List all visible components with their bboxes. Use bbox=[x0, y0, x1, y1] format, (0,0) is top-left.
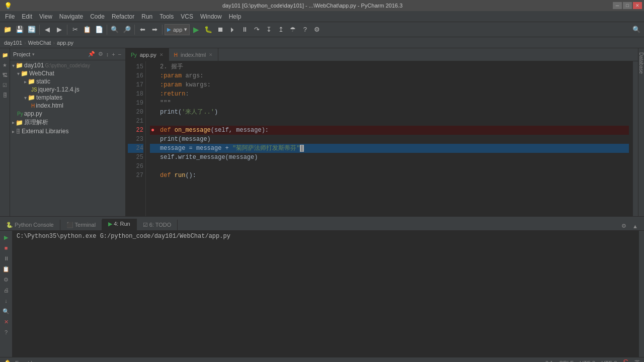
sougou-icon[interactable]: S bbox=[623, 358, 628, 363]
side-icon-project[interactable]: 📁 bbox=[1, 50, 10, 59]
close-tab-indexhtml[interactable]: ✕ bbox=[209, 52, 213, 57]
project-collapse-button[interactable]: − bbox=[117, 51, 122, 57]
coverage-button[interactable]: ☂ bbox=[287, 24, 298, 35]
resume-button[interactable]: ⏵ bbox=[227, 24, 238, 35]
pause-run-button[interactable]: ⏸ bbox=[2, 254, 11, 263]
rerun-button[interactable]: ▶ bbox=[2, 233, 11, 242]
project-dropdown[interactable]: ▾ bbox=[32, 52, 35, 57]
print-button[interactable]: 🖨 bbox=[2, 286, 11, 295]
settings-button[interactable]: ⚙ bbox=[311, 24, 323, 35]
filter-button[interactable]: 🔍 bbox=[2, 307, 11, 316]
step-over-button[interactable]: ↷ bbox=[251, 24, 262, 35]
tree-item-ext-libs[interactable]: ▸ 🗄 External Libraries bbox=[10, 127, 125, 135]
cursor-position[interactable]: 2:1 bbox=[545, 360, 553, 363]
maximize-button[interactable]: □ bbox=[623, 2, 632, 9]
search-button[interactable]: 🔍 bbox=[109, 24, 120, 35]
menu-code[interactable]: Code bbox=[87, 12, 108, 21]
tree-item-index-html[interactable]: H index.html bbox=[10, 102, 125, 110]
search-everywhere-button[interactable]: 🔍 bbox=[631, 24, 642, 35]
menu-tools[interactable]: Tools bbox=[156, 12, 177, 21]
help-button[interactable]: ? bbox=[299, 24, 310, 35]
tree-item-day101[interactable]: ▾ 📁 day101 G:\python_code\day bbox=[10, 61, 125, 69]
paste-button[interactable]: 📄 bbox=[94, 24, 105, 35]
keyboard-layout[interactable]: 英 bbox=[634, 359, 640, 362]
cut-button[interactable]: ✂ bbox=[69, 24, 80, 35]
debug-button[interactable]: 🐛 bbox=[203, 24, 214, 35]
tree-item-templates[interactable]: ▾ 📁 templates bbox=[10, 94, 125, 102]
save-button[interactable]: 💾 bbox=[14, 24, 25, 35]
nav-next-button[interactable]: ➡ bbox=[149, 24, 160, 35]
menu-navigate[interactable]: Navigate bbox=[56, 12, 86, 21]
right-sidebar: Database bbox=[638, 48, 644, 216]
run-config-selector[interactable]: ▶ app ▾ bbox=[165, 24, 190, 35]
side-icon-favorites[interactable]: ★ bbox=[1, 60, 10, 69]
minimize-button[interactable]: ─ bbox=[613, 2, 622, 9]
code-editor[interactable]: 2. 握手 :param args: :param kwargs: :retur… bbox=[146, 61, 633, 216]
dump-threads-button[interactable]: 📋 bbox=[2, 264, 11, 274]
step-out-button[interactable]: ↥ bbox=[275, 24, 286, 35]
remove-button[interactable]: ✕ bbox=[2, 317, 11, 326]
event-log-label[interactable]: Event Log bbox=[15, 360, 40, 363]
tree-item-jquery[interactable]: JS jquery-1.12.4.js bbox=[10, 85, 125, 94]
scroll-end-button[interactable]: ↓ bbox=[2, 296, 11, 305]
bottom-scrollbar[interactable] bbox=[639, 231, 644, 357]
project-pin-button[interactable]: 📌 bbox=[87, 51, 96, 57]
tab-indexhtml-label: index.html bbox=[181, 52, 206, 58]
tab-indexhtml[interactable]: H index.html ✕ bbox=[169, 48, 218, 61]
tree-item-webchat[interactable]: ▾ 📁 WebChat bbox=[10, 69, 125, 77]
settings-run-button[interactable]: ⚙ bbox=[2, 275, 11, 284]
menu-file[interactable]: File bbox=[2, 12, 18, 21]
nav-prev-button[interactable]: ⬅ bbox=[137, 24, 148, 35]
back-button[interactable]: ◀ bbox=[42, 24, 53, 35]
tab-apppy[interactable]: Py app.py ✕ bbox=[126, 48, 169, 61]
copy-button[interactable]: 📋 bbox=[82, 24, 93, 35]
encoding[interactable]: UTF-8 bbox=[580, 360, 595, 363]
project-expand-button[interactable]: + bbox=[111, 51, 116, 57]
close-tab-apppy[interactable]: ✕ bbox=[159, 52, 164, 57]
bottom-maximize-button[interactable]: ▲ bbox=[630, 222, 640, 230]
breadcrumb-webchat[interactable]: WebChat bbox=[28, 40, 51, 46]
menu-run[interactable]: Run bbox=[138, 12, 155, 21]
menu-view[interactable]: View bbox=[36, 12, 55, 21]
help-run-button[interactable]: ? bbox=[2, 328, 11, 337]
side-icon-todo[interactable]: ☑ bbox=[1, 80, 10, 89]
breadcrumb-apppy[interactable]: app.py bbox=[57, 40, 73, 46]
pause-button[interactable]: ⏸ bbox=[239, 24, 250, 35]
project-scroll-button[interactable]: ↕ bbox=[105, 51, 110, 57]
tree-label-apppy: app.py bbox=[24, 110, 42, 117]
tree-item-static[interactable]: ▸ 📁 static bbox=[10, 77, 125, 85]
forward-button[interactable]: ▶ bbox=[54, 24, 65, 35]
editor-content[interactable]: 15 16 17 18 19 20 21 22 23 24 25 26 27 2… bbox=[126, 61, 638, 216]
project-view-button[interactable]: 📁 bbox=[2, 24, 13, 35]
editor-scrollbar[interactable] bbox=[633, 61, 638, 216]
run-tab-icon: ▶ bbox=[108, 221, 112, 227]
tree-item-yuanli[interactable]: ▸ 📁 原理解析 bbox=[10, 118, 125, 127]
step-into-button[interactable]: ↧ bbox=[263, 24, 274, 35]
sync-button[interactable]: 🔄 bbox=[26, 24, 37, 35]
project-settings-button[interactable]: ⚙ bbox=[97, 51, 104, 57]
menu-edit[interactable]: Edit bbox=[19, 12, 35, 21]
line-ending[interactable]: CRLF bbox=[559, 360, 574, 363]
btab-run[interactable]: ▶ 4: Run bbox=[102, 219, 136, 230]
side-icon-db[interactable]: 🗄 bbox=[1, 90, 10, 100]
stop-button[interactable]: ■ bbox=[2, 243, 11, 252]
btab-todo[interactable]: ☑ 6: TODO bbox=[137, 220, 178, 230]
code-line-18: :return: bbox=[150, 89, 629, 99]
bottom-settings-button[interactable]: ⚙ bbox=[619, 222, 628, 230]
database-tab[interactable]: Database bbox=[638, 48, 644, 78]
run-button[interactable]: ▶ bbox=[191, 24, 202, 35]
btab-python-console[interactable]: 🐍 Python Console bbox=[0, 220, 60, 230]
tree-item-apppy[interactable]: Py app.py bbox=[10, 110, 125, 118]
breadcrumb-day101[interactable]: day101 bbox=[4, 40, 22, 46]
menu-help[interactable]: Help bbox=[226, 12, 245, 21]
stop-debug-button[interactable]: ⏹ bbox=[215, 24, 226, 35]
menu-refactor[interactable]: Refactor bbox=[109, 12, 137, 21]
side-icon-structure[interactable]: 🏗 bbox=[1, 70, 10, 79]
btab-terminal[interactable]: ⬛ Terminal bbox=[60, 220, 102, 230]
close-button[interactable]: ✕ bbox=[633, 2, 642, 9]
menu-vcs[interactable]: VCS bbox=[178, 12, 196, 21]
menu-window[interactable]: Window bbox=[197, 12, 225, 21]
find-usages-button[interactable]: 🔎 bbox=[121, 24, 132, 35]
run-output-line: C:\Python35\python.exe G:/python_code/da… bbox=[17, 233, 635, 240]
code-line-15: 2. 握手 bbox=[150, 62, 629, 71]
